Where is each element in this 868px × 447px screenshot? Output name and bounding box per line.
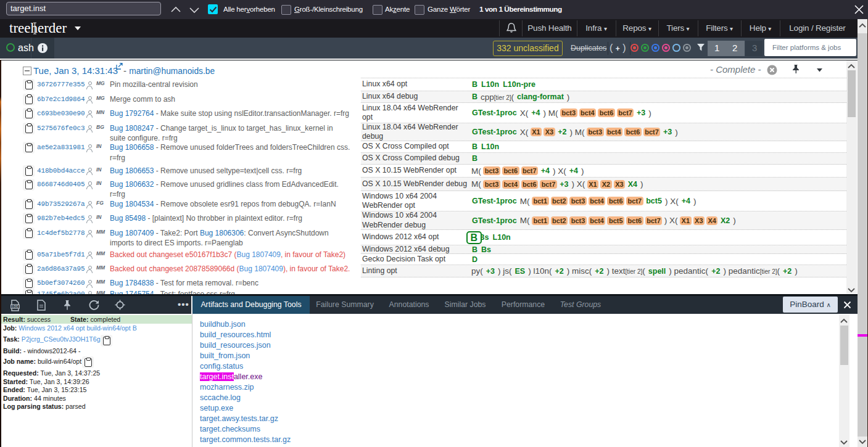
svg-text:LOG: LOG [12, 305, 19, 308]
